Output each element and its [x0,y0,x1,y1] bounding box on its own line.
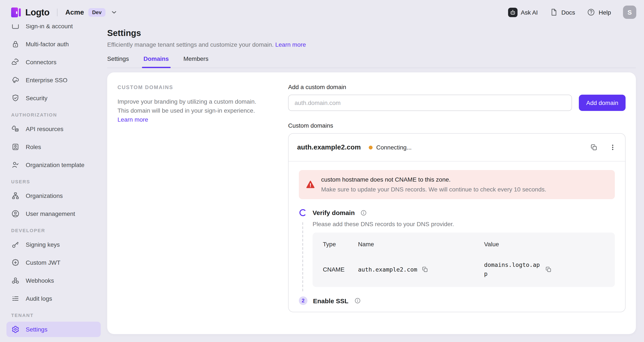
audit-logs-icon [11,294,20,303]
sidebar-item-signing-keys[interactable]: Signing keys [6,237,101,252]
sidebar-item-label: Enterprise SSO [26,77,68,83]
help-button[interactable]: Help [587,8,611,16]
custom-domains-card: CUSTOM DOMAINS Improve your branding by … [107,72,636,334]
tenant-name: Acme [66,8,84,16]
docs-label: Docs [562,9,575,16]
copy-icon [422,266,428,273]
info-icon[interactable] [354,297,361,304]
sidebar-item-label: Connectors [26,59,56,65]
user-management-icon [11,209,20,218]
sidebar-section-users: USERS [6,177,101,186]
tenant-selector[interactable]: Acme Dev [66,8,118,16]
description-learn-more-link[interactable]: Learn more [118,116,148,123]
copy-value-button[interactable] [545,266,552,273]
dns-header-value: Value [484,241,604,248]
tab-domains[interactable]: Domains [144,55,169,68]
dns-records-table: Type Name Value CNAME auth.example2.com [312,233,615,287]
sidebar-item-audit-logs[interactable]: Audit logs [6,291,101,306]
tab-members[interactable]: Members [183,55,208,68]
topbar-divider [57,8,58,16]
dns-record-name: auth.example2.com [358,265,484,274]
sidebar-item-label: Sign-in & account [26,24,73,29]
sidebar-item-user-management[interactable]: User management [6,206,101,221]
domain-name: auth.example2.com [297,143,361,151]
webhooks-icon [11,276,20,285]
custom-domain-input[interactable] [288,95,572,111]
jwt-badge-icon [11,258,20,267]
step-description: Please add these DNS records to your DNS… [312,221,615,227]
add-domain-label: Add a custom domain [288,83,626,90]
api-resources-icon [11,125,20,133]
dns-header-name: Name [358,241,484,248]
sidebar-item-label: Multi-factor auth [26,41,69,47]
sidebar-item-organization-template[interactable]: Organization template [6,157,101,173]
window-icon [11,24,20,30]
sidebar-item-label: Signing keys [26,241,60,248]
domain-menu-button[interactable] [609,143,616,151]
domain-status: Connecting... [368,144,412,151]
sidebar-item-settings[interactable]: Settings [6,322,101,337]
sidebar-item-organizations[interactable]: Organizations [6,188,101,203]
dns-header-type: Type [323,241,358,248]
sidebar-section-authorization: AUTHORIZATION [6,110,101,119]
env-badge: Dev [88,8,106,16]
logto-console: Logto Acme Dev Ask AI [0,0,644,342]
avatar[interactable]: S [623,5,636,19]
sidebar-item-enterprise-sso[interactable]: Enterprise SSO [6,72,101,88]
sidebar-item-label: Security [26,95,48,101]
kebab-menu-icon [609,143,616,151]
sidebar-item-security[interactable]: Security [6,90,101,106]
ask-ai-button[interactable]: Ask AI [508,7,538,17]
alert-title: custom hostname does not CNAME to this z… [321,175,546,185]
page-subtitle-text: Efficiently manage tenant settings and c… [107,41,274,48]
info-icon[interactable] [360,209,367,216]
sidebar-item-label: Custom JWT [26,259,60,266]
dns-record-type: CNAME [323,266,358,273]
sidebar-item-multi-factor-auth[interactable]: Multi-factor auth [6,36,101,52]
sidebar-item-custom-jwt[interactable]: Custom JWT [6,255,101,270]
warning-icon [306,180,315,189]
dns-value-value: domains.logto.app [484,260,541,278]
logto-logo-icon [10,7,22,18]
sidebar-item-label: API resources [26,125,64,132]
sidebar-item-roles[interactable]: Roles [6,139,101,155]
ask-ai-label: Ask AI [521,9,538,16]
copy-name-button[interactable] [422,266,428,273]
tab-settings[interactable]: Settings [107,55,129,68]
dns-record-value: domains.logto.app [484,260,604,278]
sidebar-item-label: Audit logs [26,295,52,302]
sidebar-item-webhooks[interactable]: Webhooks [6,273,101,288]
error-alert: custom hostname does not CNAME to this z… [299,170,615,199]
sidebar-item-label: User management [26,210,75,217]
copy-domain-button[interactable] [590,143,598,151]
key-icon [11,240,20,249]
sso-cloud-key-icon [11,76,20,84]
sidebar-item-sign-in-account[interactable]: Sign-in & account [6,24,101,34]
alert-message: Make sure to update your DNS records. We… [321,185,546,194]
add-domain-button[interactable]: Add domain [579,95,626,111]
subtitle-learn-more-link[interactable]: Learn more [275,41,306,48]
sidebar-item-api-resources[interactable]: API resources [6,121,101,137]
logto-brand[interactable]: Logto [10,7,50,18]
step-title: Verify domain [312,209,355,216]
sidebar-item-label: Settings [26,326,48,333]
help-label: Help [598,9,611,16]
shield-check-icon [11,94,20,102]
help-icon [587,8,595,16]
copy-icon [590,143,598,151]
status-dot [368,145,372,149]
roles-icon [11,143,20,151]
sidebar-item-label: Webhooks [26,277,54,284]
sidebar-item-connectors[interactable]: Connectors [6,54,101,70]
section-description-text: Improve your branding by utilizing a cus… [118,98,256,114]
connectors-icon [11,58,20,66]
status-text: Connecting... [376,144,412,151]
sidebar-item-label: Organizations [26,192,63,199]
docs-icon [550,8,558,16]
step-title: Enable SSL [313,297,348,304]
logto-wordmark: Logto [25,7,50,17]
step-connector [302,222,303,291]
docs-button[interactable]: Docs [550,8,575,16]
sidebar-section-developer: DEVELOPER [6,226,101,235]
tab-bar: Settings Domains Members [107,55,636,68]
